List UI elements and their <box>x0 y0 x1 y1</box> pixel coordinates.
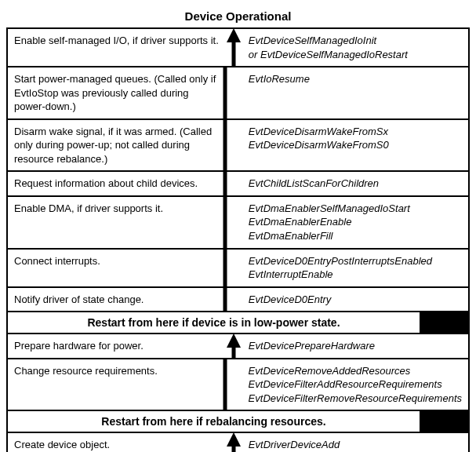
callbacks: EvtChildListScanForChildren <box>242 172 468 195</box>
arrow-stem <box>225 67 242 118</box>
table-row: Create device object. EvtDriverDeviceAdd <box>8 433 468 452</box>
up-arrow-icon <box>225 29 242 66</box>
table-row: Notify driver of state change. EvtDevice… <box>8 288 468 313</box>
action-text: Enable DMA, if driver supports it. <box>8 197 225 248</box>
callbacks: EvtDeviceSelfManagedIoInit or EvtDeviceS… <box>242 29 468 66</box>
up-arrow-icon <box>225 334 242 358</box>
action-text: Connect interrupts. <box>8 250 225 286</box>
arrow-stem <box>225 172 242 195</box>
arrow-stem <box>225 250 242 286</box>
restart-banner-rebalance: Restart from here if rebalancing resourc… <box>8 411 468 433</box>
arrow-stem <box>225 197 242 248</box>
callbacks: EvtDriverDeviceAdd <box>242 433 468 452</box>
action-text: Change resource requirements. <box>8 359 225 410</box>
table-row: Prepare hardware for power. EvtDevicePre… <box>8 334 468 359</box>
action-text: Prepare hardware for power. <box>8 334 225 358</box>
callbacks: EvtDmaEnablerSelfManagedIoStart EvtDmaEn… <box>242 197 468 248</box>
callbacks: EvtDeviceRemoveAddedResources EvtDeviceF… <box>242 359 468 410</box>
title-device-operational: Device Operational <box>6 6 470 27</box>
table-row: Request information about child devices.… <box>8 172 468 197</box>
banner-text: Restart from here if rebalancing resourc… <box>8 411 420 432</box>
arrow-stem <box>225 288 242 312</box>
table-row: Connect interrupts. EvtDeviceD0EntryPost… <box>8 250 468 288</box>
action-text: Start power-managed queues. (Called only… <box>8 67 225 118</box>
action-text: Create device object. <box>8 433 225 452</box>
table-row: Change resource requirements. EvtDeviceR… <box>8 359 468 412</box>
banner-text: Restart from here if device is in low-po… <box>8 312 420 333</box>
diagram-table: Enable self-managed I/O, if driver suppo… <box>6 27 470 452</box>
action-text: Enable self-managed I/O, if driver suppo… <box>8 29 225 66</box>
callbacks: EvtDeviceD0EntryPostInterruptsEnabled Ev… <box>242 250 468 286</box>
table-row: Start power-managed queues. (Called only… <box>8 67 468 120</box>
arrow-stem <box>225 120 242 171</box>
action-text: Notify driver of state change. <box>8 288 225 312</box>
action-text: Request information about child devices. <box>8 172 225 195</box>
callbacks: EvtIoResume <box>242 67 468 118</box>
action-text: Disarm wake signal, if it was armed. (Ca… <box>8 120 225 171</box>
callbacks: EvtDeviceD0Entry <box>242 288 468 312</box>
restart-banner-lowpower: Restart from here if device is in low-po… <box>8 312 468 334</box>
callbacks: EvtDeviceDisarmWakeFromSx EvtDeviceDisar… <box>242 120 468 171</box>
arrow-stem <box>225 359 242 410</box>
table-row: Enable DMA, if driver supports it. EvtDm… <box>8 197 468 250</box>
table-row: Disarm wake signal, if it was armed. (Ca… <box>8 120 468 173</box>
table-row: Enable self-managed I/O, if driver suppo… <box>8 29 468 67</box>
up-arrow-icon <box>225 433 242 452</box>
callbacks: EvtDevicePrepareHardware <box>242 334 468 358</box>
